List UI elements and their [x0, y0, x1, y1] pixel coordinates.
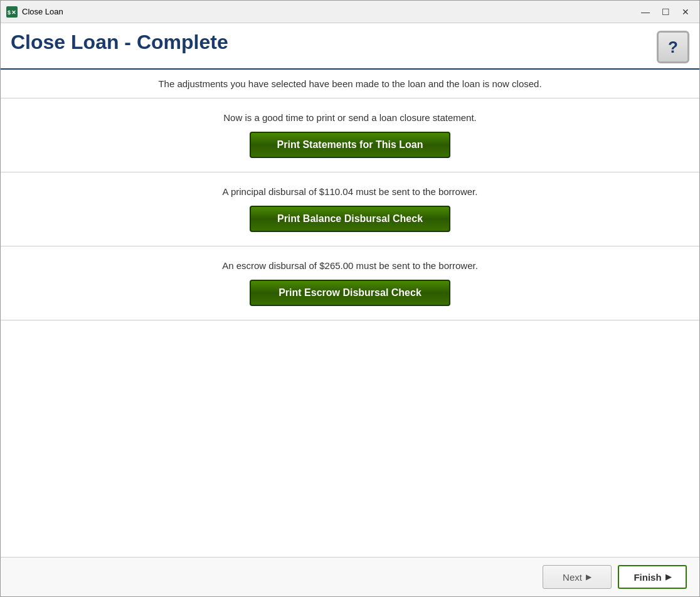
- content-area: The adjustments you have selected have b…: [1, 70, 699, 557]
- next-arrow: ▶: [586, 573, 591, 581]
- finish-button[interactable]: Finish ▶: [618, 565, 687, 589]
- help-button[interactable]: ?: [657, 31, 689, 63]
- print-statements-text: Now is a good time to print or send a lo…: [13, 112, 687, 123]
- balance-disbursal-section: A principal disbursal of $110.04 must be…: [1, 172, 699, 246]
- main-window: $ ✕ Close Loan — ☐ ✕ Close Loan - Comple…: [0, 0, 700, 597]
- info-banner-text: The adjustments you have selected have b…: [158, 78, 541, 89]
- escrow-disbursal-text: An escrow disbursal of $265.00 must be s…: [13, 260, 687, 271]
- title-bar: $ ✕ Close Loan — ☐ ✕: [1, 1, 699, 23]
- next-button[interactable]: Next ▶: [543, 565, 612, 589]
- finish-arrow: ▶: [666, 573, 671, 581]
- restore-button[interactable]: ☐: [657, 4, 674, 19]
- page-title: Close Loan - Complete: [11, 31, 228, 54]
- print-statements-button[interactable]: Print Statements for This Loan: [250, 132, 450, 158]
- window-controls: — ☐ ✕: [637, 4, 694, 19]
- svg-text:✕: ✕: [11, 9, 16, 16]
- close-button[interactable]: ✕: [677, 4, 694, 19]
- balance-disbursal-text: A principal disbursal of $110.04 must be…: [13, 186, 687, 197]
- print-statements-section: Now is a good time to print or send a lo…: [1, 98, 699, 172]
- svg-text:$: $: [8, 9, 11, 16]
- info-banner: The adjustments you have selected have b…: [1, 70, 699, 98]
- finish-label: Finish: [634, 572, 661, 583]
- content-spacer: [1, 320, 699, 557]
- escrow-disbursal-section: An escrow disbursal of $265.00 must be s…: [1, 246, 699, 320]
- minimize-button[interactable]: —: [637, 4, 654, 19]
- header: Close Loan - Complete ?: [1, 23, 699, 70]
- window-title: Close Loan: [22, 7, 637, 16]
- print-escrow-button[interactable]: Print Escrow Disbursal Check: [250, 280, 450, 306]
- next-label: Next: [563, 572, 582, 583]
- app-icon: $ ✕: [6, 6, 18, 18]
- footer: Next ▶ Finish ▶: [1, 557, 699, 596]
- print-balance-button[interactable]: Print Balance Disbursal Check: [250, 206, 450, 232]
